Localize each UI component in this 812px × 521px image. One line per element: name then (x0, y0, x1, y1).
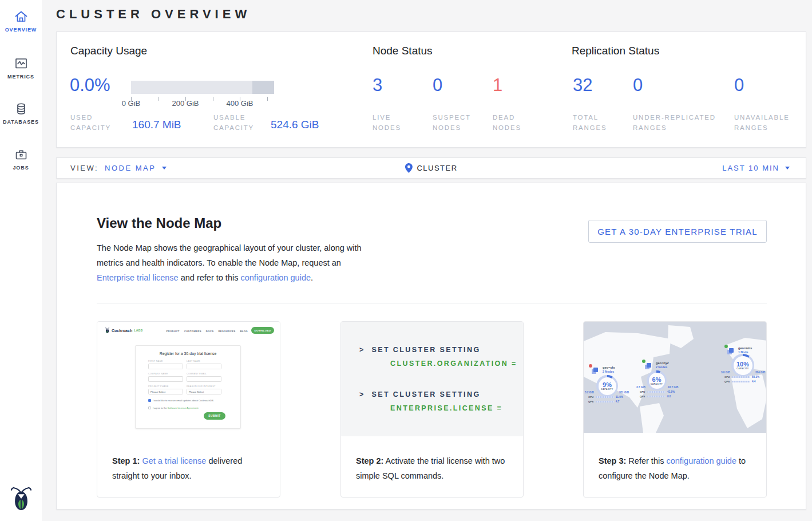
step-1-caption: Step 1: Get a trial license delivered st… (97, 436, 280, 483)
replication-status-title: Replication Status (572, 45, 659, 57)
sidebar-item-label: OVERVIEW (0, 27, 42, 33)
mini-field-label: PROJECT PHASE (148, 385, 168, 388)
mini-input (148, 364, 183, 369)
cockroach-icon (10, 484, 32, 512)
sidebar-item-jobs[interactable]: JOBS (0, 147, 42, 171)
view-bar: VIEW: NODE MAP CLUSTER LAST 10 MIN (56, 157, 806, 179)
cluster-summary-panel: Capacity Usage 0.0% 0 GiB 200 GiB 400 Gi… (56, 31, 806, 148)
chevron-down-icon (785, 167, 790, 169)
chevron-down-icon (162, 167, 167, 169)
sidebar-item-label: JOBS (0, 165, 42, 171)
enterprise-trial-license-link[interactable]: Enterprise trial license (97, 273, 179, 282)
cockroach-labs-logo (0, 484, 42, 514)
sql-argument: ENTERPRISE.LICENSE = (390, 404, 502, 412)
mini-site-brand-suffix: LABS (134, 329, 142, 332)
meter-value: 0.0 (667, 395, 671, 398)
capacity-label: CAPACITY (651, 383, 663, 385)
page-title: CLUSTER OVERVIEW (56, 7, 251, 22)
sql-argument: CLUSTER.ORGANIZATION = (390, 360, 517, 368)
status-dot-icon (589, 364, 592, 368)
used-capacity-label: USED CAPACITY (70, 112, 125, 133)
capacity-donut: 10% CAPACITY (731, 354, 754, 377)
sidebar-item-label: DATABASES (0, 119, 42, 125)
mini-select: Please Select (187, 389, 221, 394)
mini-field-label: COMPANY EMAIL (187, 373, 207, 375)
suspect-nodes-value: 0 (433, 75, 442, 96)
configuration-guide-link[interactable]: configuration guide (240, 273, 311, 282)
mini-nav-item: DOCS (206, 330, 214, 333)
mini-nav-item: CUSTOMERS (184, 330, 201, 333)
sidebar-item-overview[interactable]: OVERVIEW (0, 9, 42, 33)
meter-label: CPU (724, 376, 730, 378)
step-2-card: > SET CLUSTER SETTING CLUSTER.ORGANIZATI… (340, 321, 524, 498)
live-nodes-label: LIVE NODES (373, 112, 407, 133)
map-pin-icon (405, 163, 412, 173)
node-stack-icon (593, 368, 598, 372)
mini-field-label: LAST NAME (187, 360, 200, 362)
section-divider (97, 303, 767, 303)
mini-field-label: COMPANY NAME (148, 373, 168, 375)
sql-keyword: SET CLUSTER SETTING (371, 390, 480, 398)
capacity-gauge-bar (131, 81, 274, 94)
mini-nav-item: PRODUCT (166, 330, 179, 333)
step-label: Step 2: (356, 456, 383, 465)
sql-prompt: > (359, 346, 365, 354)
mini-input (187, 364, 221, 369)
step-1-image: Cockroach LABS PRODUCT CUSTOMERS DOCS RE… (97, 322, 280, 436)
qps-meter: QPS 4.4 (724, 380, 755, 383)
mini-checkbox-text: I agree to the (153, 406, 168, 409)
meter-bar (647, 396, 666, 398)
mini-select: Please Select (148, 389, 183, 394)
capacity-percent: 10% (736, 361, 749, 368)
view-selector-dropdown[interactable]: VIEW: NODE MAP (70, 158, 167, 178)
step-2-image: > SET CLUSTER SETTING CLUSTER.ORGANIZATI… (341, 322, 523, 436)
gauge-tick (267, 97, 268, 101)
mini-site-nav: PRODUCT CUSTOMERS DOCS RESOURCES BLOG (166, 330, 248, 333)
get-trial-license-link[interactable]: Get a trial license (142, 456, 206, 465)
mini-checkbox-row: I agree to the Software License Agreemen… (148, 406, 199, 409)
metrics-chart-icon (14, 56, 29, 71)
capacity-used: 3.6 GiB (721, 371, 730, 374)
checkbox-icon (148, 406, 151, 409)
mini-checkbox-label: I would like to receive email updates ab… (153, 399, 214, 402)
configuration-guide-link[interactable]: configuration guide (666, 456, 736, 465)
step-1-card: Cockroach LABS PRODUCT CUSTOMERS DOCS RE… (97, 321, 280, 498)
enterprise-trial-button[interactable]: GET A 30-DAY ENTERPRISE TRIAL (588, 220, 767, 243)
home-icon (14, 9, 29, 24)
database-icon (14, 101, 29, 116)
suspect-nodes-label: SUSPECT NODES (433, 112, 478, 133)
sql-statement: > SET CLUSTER SETTING (359, 390, 481, 398)
mini-input (148, 376, 183, 382)
meter-bar (596, 396, 614, 398)
sidebar-item-databases[interactable]: DATABASES (0, 101, 42, 125)
capacity-donut: 9% CAPACITY (596, 375, 618, 397)
meter-value: 4.7 (616, 400, 619, 403)
status-dot-icon (642, 360, 645, 363)
sql-setting-name: ENTERPRISE.LICENSE = (390, 404, 502, 412)
capacity-label: CAPACITY (601, 388, 613, 390)
time-range-dropdown[interactable]: LAST 10 MIN (722, 158, 790, 178)
capacity-donut: 6% CAPACITY (647, 370, 667, 390)
sql-keyword: SET CLUSTER SETTING (371, 346, 480, 354)
node-map-heading: View the Node Map (97, 215, 221, 231)
gauge-tick-label: 400 GiB (223, 99, 257, 108)
sidebar-item-metrics[interactable]: METRICS (0, 56, 42, 80)
locality-name: geo=sfo (603, 366, 615, 369)
capacity-total: 351 GiB (619, 391, 629, 394)
mini-site-brand-text: Cockroach (112, 329, 132, 333)
node-stack-icon (729, 348, 734, 353)
mini-website-screenshot: Cockroach LABS PRODUCT CUSTOMERS DOCS RE… (97, 322, 280, 436)
mini-nav-item: RESOURCES (218, 330, 235, 333)
dead-nodes-value: 1 (493, 75, 502, 96)
mini-nav-item: BLOG (240, 330, 248, 333)
dead-nodes-label: DEAD NODES (493, 112, 527, 133)
gauge-tick-label: 200 GiB (168, 99, 203, 108)
gauge-tick (213, 97, 213, 101)
meter-value: 4.4 (752, 380, 755, 383)
sql-code-block: > SET CLUSTER SETTING CLUSTER.ORGANIZATI… (341, 322, 523, 436)
gauge-tick (159, 97, 159, 101)
node-stack-icon (647, 363, 651, 368)
mini-site-logo: Cockroach LABS (105, 327, 142, 334)
step-3-caption: Step 3: Refer this configuration guide t… (584, 436, 766, 483)
step-3-image: geo=sfo 2 Nodes 9% CAPACITY 3.2 GiB 351 … (584, 322, 766, 436)
